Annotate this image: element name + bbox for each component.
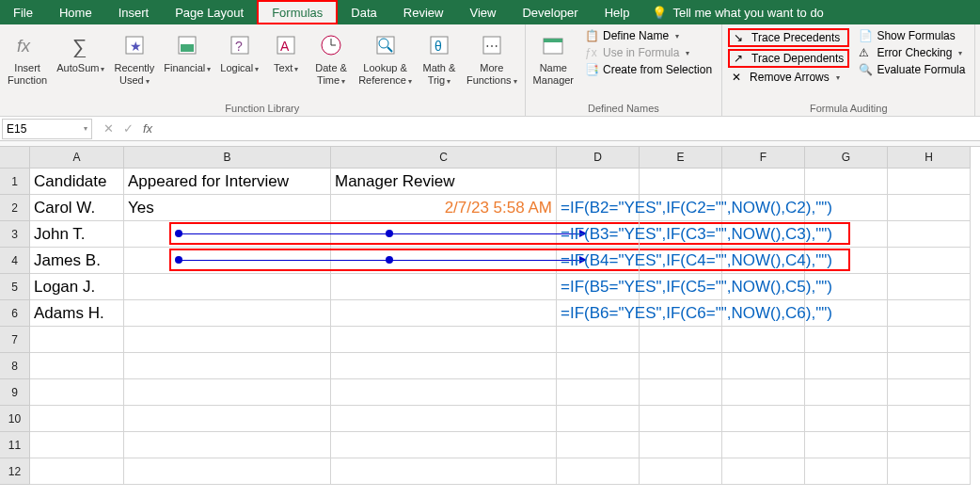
cell-F1[interactable] — [722, 169, 805, 195]
tab-view[interactable]: View — [456, 0, 509, 24]
cell-A12[interactable] — [30, 458, 124, 485]
tab-formulas[interactable]: Formulas — [257, 0, 338, 24]
row-header-11[interactable]: 11 — [0, 432, 30, 458]
enter-icon[interactable]: ✓ — [123, 121, 134, 136]
row-header-9[interactable]: 9 — [0, 379, 30, 406]
cell-D10[interactable] — [557, 406, 640, 432]
column-header-F[interactable]: F — [722, 147, 805, 169]
cell-C2[interactable]: 2/7/23 5:58 AM — [331, 195, 557, 221]
column-header-G[interactable]: G — [805, 147, 888, 169]
autosum-button[interactable]: ∑ AutoSum▾ — [55, 28, 106, 76]
cell-H12[interactable] — [888, 458, 971, 485]
row-header-2[interactable]: 2 — [0, 195, 30, 221]
evaluate-formula-button[interactable]: 🔍Evaluate Formula — [855, 62, 969, 77]
cell-G8[interactable] — [805, 353, 888, 379]
cell-D11[interactable] — [557, 432, 640, 458]
cell-C11[interactable] — [331, 432, 557, 458]
cell-G1[interactable] — [805, 169, 888, 195]
cell-C7[interactable] — [331, 327, 557, 353]
cell-F10[interactable] — [722, 406, 805, 432]
cell-G11[interactable] — [805, 432, 888, 458]
cell-H6[interactable] — [888, 300, 971, 327]
cell-C5[interactable] — [331, 274, 557, 300]
cell-E7[interactable] — [640, 327, 722, 353]
cell-B5[interactable] — [124, 274, 331, 300]
trace-precedents-button[interactable]: ↘Trace Precedents — [728, 28, 849, 47]
fx-icon[interactable]: fx — [143, 121, 152, 136]
cell-B11[interactable] — [124, 432, 331, 458]
name-manager-button[interactable]: Name Manager — [531, 28, 576, 88]
name-box[interactable]: E15 ▾ — [2, 119, 92, 139]
cell-F11[interactable] — [722, 432, 805, 458]
cell-H10[interactable] — [888, 406, 971, 432]
cell-D1[interactable] — [557, 169, 640, 195]
cell-D5[interactable]: =IF(B5="YES",IF(C5="",NOW(),C5),"") — [557, 274, 640, 300]
cell-G10[interactable] — [805, 406, 888, 432]
cell-H9[interactable] — [888, 379, 971, 406]
cell-A6[interactable]: Adams H. — [30, 300, 124, 327]
cell-B9[interactable] — [124, 379, 331, 406]
cell-B4[interactable] — [124, 248, 331, 274]
row-header-10[interactable]: 10 — [0, 406, 30, 432]
cell-B8[interactable] — [124, 353, 331, 379]
financial-button[interactable]: Financial▾ — [162, 28, 213, 76]
cell-A9[interactable] — [30, 379, 124, 406]
name-box-dropdown-icon[interactable]: ▾ — [84, 124, 87, 133]
cell-C6[interactable] — [331, 300, 557, 327]
cell-D2[interactable]: =IF(B2="YES",IF(C2="",NOW(),C2),"") — [557, 195, 640, 221]
column-header-E[interactable]: E — [640, 147, 722, 169]
remove-arrows-button[interactable]: ✕Remove Arrows ▾ — [728, 70, 849, 85]
cell-E8[interactable] — [640, 353, 722, 379]
cell-F8[interactable] — [722, 353, 805, 379]
cell-H5[interactable] — [888, 274, 971, 300]
select-all-corner[interactable] — [0, 147, 30, 169]
spreadsheet-grid[interactable]: ABCDEFGH 123456789101112 CandidateAppear… — [0, 147, 980, 498]
cell-B7[interactable] — [124, 327, 331, 353]
cell-D7[interactable] — [557, 327, 640, 353]
define-name-button[interactable]: 📋Define Name ▾ — [581, 28, 716, 43]
cell-G7[interactable] — [805, 327, 888, 353]
use-in-formula-button[interactable]: ƒxUse in Formula ▾ — [581, 45, 716, 60]
cell-F12[interactable] — [722, 458, 805, 485]
cell-A7[interactable] — [30, 327, 124, 353]
cell-H11[interactable] — [888, 432, 971, 458]
cell-H7[interactable] — [888, 327, 971, 353]
cell-D3[interactable]: =IF(B3="YES",IF(C3="",NOW(),C3),"") — [557, 221, 640, 248]
tab-data[interactable]: Data — [338, 0, 389, 24]
text-button[interactable]: A Text▾ — [266, 28, 306, 76]
column-header-C[interactable]: C — [331, 147, 557, 169]
cell-A11[interactable] — [30, 432, 124, 458]
insert-function-button[interactable]: fx Insert Function — [6, 28, 49, 88]
cell-H3[interactable] — [888, 221, 971, 248]
cell-D8[interactable] — [557, 353, 640, 379]
tab-help[interactable]: Help — [592, 0, 643, 24]
cell-E11[interactable] — [640, 432, 722, 458]
cell-C12[interactable] — [331, 458, 557, 485]
cell-H4[interactable] — [888, 248, 971, 274]
cell-C1[interactable]: Manager Review — [331, 169, 557, 195]
cell-A3[interactable]: John T. — [30, 221, 124, 248]
cell-G12[interactable] — [805, 458, 888, 485]
cell-C8[interactable] — [331, 353, 557, 379]
cell-G9[interactable] — [805, 379, 888, 406]
row-header-4[interactable]: 4 — [0, 248, 30, 274]
column-header-A[interactable]: A — [30, 147, 124, 169]
cell-E9[interactable] — [640, 379, 722, 406]
cell-B10[interactable] — [124, 406, 331, 432]
cell-D6[interactable]: =IF(B6="YES",IF(C6="",NOW(),C6),"") — [557, 300, 640, 327]
cell-H1[interactable] — [888, 169, 971, 195]
math-trig-button[interactable]: θ Math & Trig▾ — [419, 28, 459, 88]
cell-H2[interactable] — [888, 195, 971, 221]
cell-H8[interactable] — [888, 353, 971, 379]
cell-E10[interactable] — [640, 406, 722, 432]
row-header-7[interactable]: 7 — [0, 327, 30, 353]
row-header-12[interactable]: 12 — [0, 458, 30, 485]
cell-B3[interactable] — [124, 221, 331, 248]
cell-E1[interactable] — [640, 169, 722, 195]
cell-F9[interactable] — [722, 379, 805, 406]
column-header-H[interactable]: H — [888, 147, 971, 169]
cell-C4[interactable] — [331, 248, 557, 274]
tab-review[interactable]: Review — [390, 0, 457, 24]
tell-me-search[interactable]: 💡 Tell me what you want to do — [652, 0, 823, 24]
create-from-selection-button[interactable]: 📑Create from Selection — [581, 62, 716, 77]
